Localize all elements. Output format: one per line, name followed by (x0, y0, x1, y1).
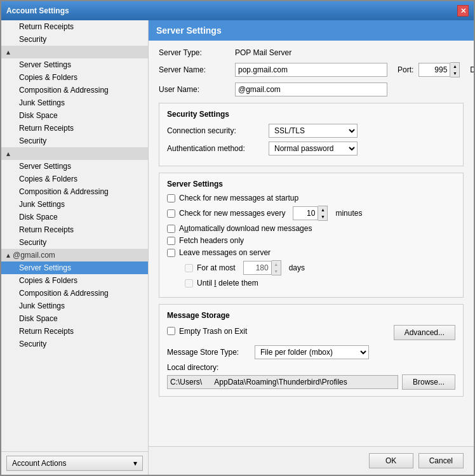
server-type-row: Server Type: POP Mail Server (159, 48, 464, 57)
account-actions-button[interactable]: Account Actions ▾ (6, 456, 143, 471)
check-every-label: Check for new messages every (179, 209, 285, 218)
until-delete-checkbox[interactable] (185, 279, 193, 288)
content-area: Server Type: POP Mail Server Server Name… (149, 41, 474, 446)
browse-button[interactable]: Browse... (402, 374, 455, 390)
check-every-decrement[interactable]: ▼ (318, 213, 327, 220)
for-at-most-label: For at most (197, 263, 236, 272)
server-settings-title: Server Settings (167, 180, 455, 188)
sidebar-group-2: ▴ Server Settings Copies & Folders Compo… (1, 46, 148, 147)
title-bar: Account Settings ✕ (1, 1, 474, 20)
sidebar-item-security-4[interactable]: Security (1, 338, 148, 350)
sidebar-group-header-2[interactable]: ▴ (1, 46, 148, 58)
port-spinner-buttons: ▲ ▼ (450, 62, 460, 77)
sidebar-item-disk-space-2[interactable]: Disk Space (1, 109, 148, 122)
connection-security-dropdown-wrapper: None STARTTLS SSL/TLS (269, 124, 358, 138)
username-input[interactable] (235, 83, 387, 96)
leave-messages-checkbox[interactable] (167, 249, 175, 257)
sidebar-item-server-settings-3[interactable]: Server Settings (1, 160, 148, 173)
sidebar-item-junk-settings-4[interactable]: Junk Settings (1, 300, 148, 312)
local-dir-label: Local directory: (167, 363, 455, 372)
ok-button[interactable]: OK (369, 453, 413, 468)
collapse-icon-2: ▴ (6, 48, 10, 56)
port-decrement-button[interactable]: ▼ (450, 70, 459, 77)
sidebar-item-disk-space-3[interactable]: Disk Space (1, 211, 148, 223)
sidebar-item-return-receipts-1[interactable]: Return Receipts (1, 20, 148, 33)
for-at-most-decrement[interactable]: ▼ (272, 268, 281, 275)
until-delete-label: Until I delete them (197, 279, 258, 288)
empty-trash-checkbox[interactable] (167, 327, 175, 335)
auth-method-dropdown-wrapper: Normal password Encrypted password Kerbe… (269, 142, 358, 155)
account-settings-window: Account Settings ✕ Return Receipts Secur… (0, 0, 475, 476)
check-every-input[interactable] (293, 206, 318, 220)
check-every-increment[interactable]: ▲ (318, 206, 327, 213)
sidebar-group-3: ▴ Server Settings Copies & Folders Compo… (1, 147, 148, 249)
username-row: User Name: (159, 83, 464, 96)
message-store-select[interactable]: File per folder (mbox) File per message … (255, 345, 369, 359)
sidebar: Return Receipts Security ▴ Server Settin… (1, 20, 149, 475)
close-button[interactable]: ✕ (457, 5, 469, 17)
sidebar-item-security-3[interactable]: Security (1, 236, 148, 249)
for-at-most-input[interactable] (243, 261, 272, 275)
server-name-row: Server Name: Port: ▲ ▼ Default: 995 (159, 62, 464, 77)
sidebar-group-1: Return Receipts Security (1, 20, 148, 46)
check-startup-label: Check for new messages at startup (179, 194, 298, 202)
message-store-label: Message Store Type: (167, 348, 250, 357)
default-label: Default: (470, 65, 474, 74)
sidebar-item-comp-addressing-4[interactable]: Composition & Addressing (1, 287, 148, 300)
section-header: Server Settings (149, 20, 474, 41)
port-input[interactable] (418, 63, 450, 77)
check-every-checkbox[interactable] (167, 209, 175, 218)
for-at-most-unit: days (289, 263, 305, 272)
auto-download-checkbox[interactable] (167, 225, 175, 233)
for-at-most-checkbox[interactable] (185, 264, 193, 272)
sidebar-content: Return Receipts Security ▴ Server Settin… (1, 20, 148, 451)
sidebar-item-return-receipts-3[interactable]: Return Receipts (1, 223, 148, 236)
port-label: Port: (398, 65, 413, 74)
until-delete-row: Until I delete them (167, 279, 455, 288)
empty-trash-row: Empty Trash on Exit (167, 327, 247, 336)
sidebar-item-copies-folders-2[interactable]: Copies & Folders (1, 71, 148, 84)
auto-download-row: Automatically download new messages (167, 224, 455, 233)
port-increment-button[interactable]: ▲ (450, 63, 459, 70)
server-name-label: Server Name: (159, 65, 235, 74)
fetch-headers-checkbox[interactable] (167, 237, 175, 245)
sidebar-item-return-receipts-4[interactable]: Return Receipts (1, 325, 148, 338)
cancel-button[interactable]: Cancel (418, 453, 464, 468)
window-title: Account Settings (6, 6, 69, 15)
sidebar-item-server-settings-2[interactable]: Server Settings (1, 58, 148, 71)
check-every-spinner-buttons: ▲ ▼ (318, 206, 328, 221)
server-name-input[interactable] (235, 63, 387, 77)
sidebar-item-junk-settings-2[interactable]: Junk Settings (1, 96, 148, 109)
auth-method-select[interactable]: Normal password Encrypted password Kerbe… (269, 142, 358, 155)
sidebar-item-return-receipts-2[interactable]: Return Receipts (1, 122, 148, 135)
sidebar-group-4: ▴ @gmail.com Server Settings Copies & Fo… (1, 249, 148, 350)
sidebar-item-copies-folders-4[interactable]: Copies & Folders (1, 274, 148, 287)
for-at-most-spinner: ▲ ▼ (243, 260, 281, 275)
connection-security-select[interactable]: None STARTTLS SSL/TLS (269, 124, 358, 138)
account-name-4: @gmail.com (13, 251, 55, 260)
sidebar-item-security-2[interactable]: Security (1, 135, 148, 147)
advanced-button[interactable]: Advanced... (394, 325, 455, 340)
username-label: User Name: (159, 85, 235, 94)
sidebar-group-header-3[interactable]: ▴ (1, 147, 148, 160)
account-actions-arrow-icon: ▾ (133, 459, 137, 468)
sidebar-item-junk-settings-3[interactable]: Junk Settings (1, 198, 148, 211)
check-startup-checkbox[interactable] (167, 194, 175, 202)
for-at-most-spinner-buttons: ▲ ▼ (272, 260, 281, 275)
check-every-spinner: ▲ ▼ (293, 206, 328, 221)
local-dir-input[interactable] (167, 375, 398, 389)
sidebar-item-server-settings-4[interactable]: Server Settings (1, 261, 148, 274)
leave-messages-label: Leave messages on server (179, 248, 271, 257)
message-storage-title: Message Storage (167, 311, 455, 320)
sidebar-item-copies-folders-3[interactable]: Copies & Folders (1, 173, 148, 185)
sidebar-item-comp-addressing-3[interactable]: Composition & Addressing (1, 185, 148, 198)
sidebar-group-header-4[interactable]: ▴ @gmail.com (1, 249, 148, 261)
sidebar-item-disk-space-4[interactable]: Disk Space (1, 312, 148, 325)
for-at-most-increment[interactable]: ▲ (272, 261, 281, 268)
sidebar-item-security-1[interactable]: Security (1, 33, 148, 46)
sidebar-item-comp-addressing-2[interactable]: Composition & Addressing (1, 84, 148, 96)
security-settings-title: Security Settings (167, 110, 455, 119)
server-name-port-group: Port: ▲ ▼ Default: 995 (235, 62, 474, 77)
port-spinner-group: ▲ ▼ (418, 62, 460, 77)
leave-messages-row: Leave messages on server (167, 248, 455, 257)
